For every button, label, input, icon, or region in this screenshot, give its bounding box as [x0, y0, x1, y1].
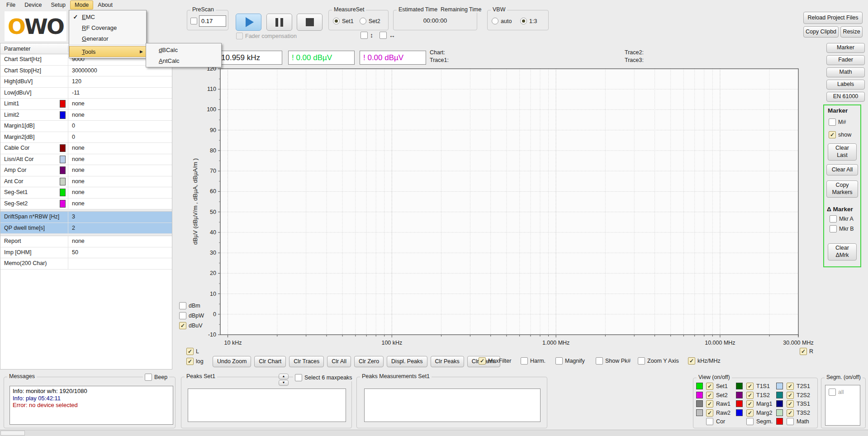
show-pk-checkbox[interactable]: [596, 357, 603, 365]
khz-mhz-checkbox[interactable]: [688, 357, 695, 365]
view-checkbox-t3s1[interactable]: [787, 400, 794, 408]
menu-item-tools[interactable]: Tools▶: [69, 46, 146, 57]
param-row-ant-cor[interactable]: Ant Cornone: [0, 176, 172, 188]
log-scale-checkbox[interactable]: [186, 358, 194, 365]
side-tab-fader[interactable]: Fader: [826, 55, 865, 65]
radio-vbw-auto[interactable]: [492, 18, 498, 24]
side-tab-marker[interactable]: Marker: [826, 43, 865, 53]
spinner-up-icon[interactable]: ▲: [279, 374, 289, 379]
param-row-seg-set2[interactable]: Seg-Set2none: [0, 199, 172, 210]
view-checkbox-t1s1[interactable]: [746, 383, 754, 390]
harm-checkbox[interactable]: [521, 357, 528, 365]
view-checkbox-math[interactable]: [787, 418, 794, 425]
side-tab-math[interactable]: Math: [826, 67, 865, 77]
stop-button[interactable]: [297, 14, 323, 31]
menu-item-emc[interactable]: ✓EMC: [69, 11, 146, 22]
param-row-memo-200-char[interactable]: Memo(200 Char): [0, 258, 172, 270]
view-checkbox-t1s2[interactable]: [746, 392, 754, 399]
horizontal-arrows-checkbox[interactable]: [379, 32, 387, 39]
menu-file[interactable]: File: [2, 0, 20, 9]
radio-set1[interactable]: [333, 18, 340, 24]
view-checkbox-t3s2[interactable]: [787, 409, 794, 417]
prescan-input[interactable]: [199, 15, 226, 27]
param-row-limit2[interactable]: Limit2none: [0, 110, 172, 121]
view-checkbox-raw2[interactable]: [706, 409, 713, 417]
menu-about[interactable]: About: [93, 0, 117, 9]
side-tab-en-61000[interactable]: EN 61000: [826, 92, 865, 102]
marker-number-checkbox[interactable]: [829, 118, 836, 126]
submenu-item-dbcalc[interactable]: dBCalc: [146, 44, 221, 55]
view-checkbox-cor[interactable]: [706, 418, 713, 425]
clr-zero-button[interactable]: Clr Zero: [354, 356, 384, 367]
view-checkbox-raw1[interactable]: [706, 400, 713, 408]
zoom-y-axis-checkbox[interactable]: [638, 357, 645, 365]
param-row-cable-cor[interactable]: Cable Cornone: [0, 143, 172, 154]
play-button[interactable]: [236, 14, 261, 31]
view-checkbox-segm[interactable]: [746, 418, 754, 425]
view-checkbox-marg2[interactable]: [746, 409, 754, 417]
param-row-seg-set1[interactable]: Seg-Set1none: [0, 187, 172, 199]
marker-b-checkbox[interactable]: [830, 225, 837, 232]
left-axis-checkbox[interactable]: [186, 348, 194, 355]
reload-project-files-button[interactable]: Reload Project Files: [803, 12, 863, 24]
spinner-down-icon[interactable]: ▼: [279, 380, 289, 386]
view-checkbox-t2s2[interactable]: [787, 392, 794, 399]
menu-setup[interactable]: Setup: [46, 0, 70, 9]
view-checkbox-t2s1[interactable]: [787, 383, 794, 390]
side-tab-labels[interactable]: Labels: [826, 80, 865, 90]
clr-peaks-button[interactable]: Clr Peaks: [431, 356, 464, 367]
spectrum-chart[interactable]: 1201101009080706050403020100-1010 kHz100…: [199, 63, 819, 355]
fader-compensation-checkbox[interactable]: [236, 33, 243, 39]
copy-markers-button[interactable]: Copy Markers: [826, 180, 858, 198]
clr-chart-button[interactable]: Clr Chart: [254, 356, 286, 367]
peaks-set1-title: Peaks Set1: [185, 373, 217, 379]
magnify-checkbox[interactable]: [555, 357, 563, 365]
displ-peaks-button[interactable]: Displ. Peaks: [387, 356, 427, 367]
menu-item-rf-coverage[interactable]: RF Coverage: [69, 22, 146, 33]
copy-clipbd-button[interactable]: Copy Clipbd: [803, 26, 839, 38]
vertical-arrows-checkbox[interactable]: [360, 32, 368, 39]
marker-show-checkbox[interactable]: [829, 131, 836, 138]
peaks-set1-list[interactable]: [188, 389, 346, 422]
menu-device[interactable]: Device: [20, 0, 46, 9]
maxfilter-checkbox[interactable]: [479, 357, 486, 365]
param-row-report[interactable]: Reportnone: [0, 236, 172, 247]
view-checkbox-set2[interactable]: [706, 392, 713, 399]
param-row-qp-dwell-time-s[interactable]: QP dwell time[s]2: [0, 223, 172, 234]
view-checkbox-marg1[interactable]: [746, 400, 754, 408]
plot-area[interactable]: [220, 69, 798, 335]
select-maxpeaks-checkbox[interactable]: [295, 374, 302, 381]
peaks-measurements-list[interactable]: [364, 389, 541, 422]
param-row-lisn-att-cor[interactable]: Lisn/Att Cornone: [0, 154, 172, 166]
menu-mode[interactable]: Mode: [70, 0, 93, 9]
param-row-margin1-db[interactable]: Margin1[dB]0: [0, 121, 172, 132]
clear-last-button[interactable]: Clear Last: [828, 143, 857, 161]
menu-item-generator[interactable]: Generator: [69, 33, 146, 44]
param-row-margin2-db[interactable]: Margin2[dB]0: [0, 132, 172, 143]
right-axis-checkbox[interactable]: [800, 348, 807, 355]
radio-set2[interactable]: [360, 18, 366, 24]
unit-checkbox-dbm[interactable]: [179, 302, 186, 309]
clear-delta-marker-button[interactable]: Clear ΔMrk: [828, 243, 857, 261]
param-row-imp-ohm[interactable]: Imp [OHM]50: [0, 247, 172, 259]
param-row-low-dbuv[interactable]: Low[dBuV]-11: [0, 88, 172, 99]
segm-all-checkbox[interactable]: [829, 389, 836, 396]
param-row-amp-cor[interactable]: Amp Cornone: [0, 165, 172, 176]
param-row-limit1[interactable]: Limit1none: [0, 99, 172, 110]
resize-button[interactable]: Resize: [840, 26, 863, 38]
prescan-checkbox[interactable]: [190, 18, 197, 24]
submenu-item-antcalc[interactable]: AntCalc: [146, 55, 221, 66]
view-checkbox-set1[interactable]: [706, 383, 713, 390]
param-row-driftspan-n-rbw-hz[interactable]: DriftSpan n*RBW [Hz]3: [0, 212, 172, 223]
clr-all-button[interactable]: Clr All: [327, 356, 351, 367]
beep-checkbox[interactable]: [145, 374, 152, 381]
clr-traces-button[interactable]: Clr Traces: [289, 356, 324, 367]
radio-vbw-13[interactable]: [520, 18, 527, 24]
clear-all-button[interactable]: Clear All: [826, 164, 858, 175]
pause-button[interactable]: [266, 14, 292, 31]
unit-checkbox-dbuv[interactable]: [179, 322, 186, 329]
undo-zoom-button[interactable]: Undo Zoom: [213, 356, 251, 367]
unit-checkbox-dbpw[interactable]: [179, 312, 186, 319]
param-row-high-dbuv[interactable]: High[dBuV]120: [0, 76, 172, 88]
marker-a-checkbox[interactable]: [830, 215, 837, 223]
